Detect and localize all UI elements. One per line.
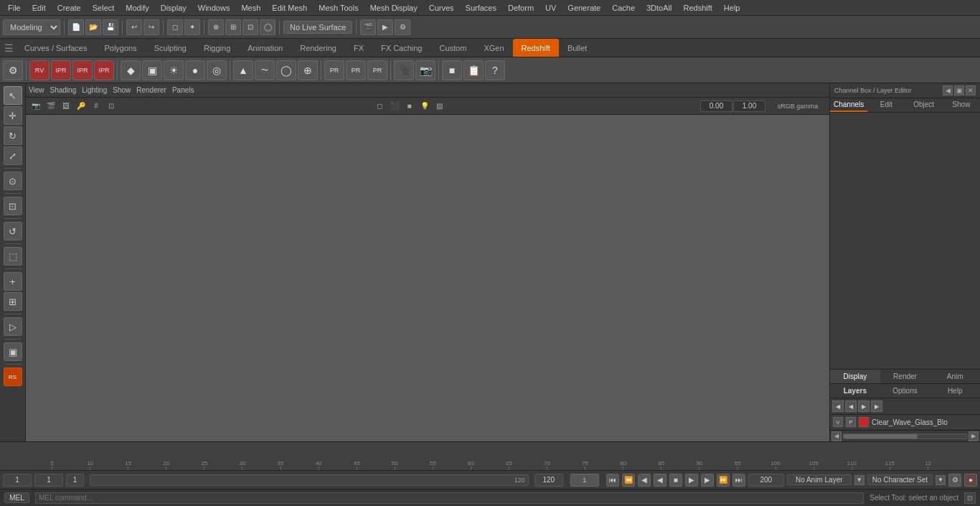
scroll-right-btn[interactable]: ▶ <box>969 431 979 441</box>
le-tab-display[interactable]: Display <box>830 370 880 383</box>
layer-action-4[interactable]: ▶ <box>871 400 882 412</box>
vp-film-btn[interactable]: 🎬 <box>44 100 58 113</box>
menu-display[interactable]: Display <box>156 2 192 14</box>
anim-end-input[interactable] <box>534 474 563 487</box>
menu-3dtoall[interactable]: 3DtoAll <box>641 2 677 14</box>
layer-vis-v[interactable]: V <box>833 417 843 427</box>
panel-float-btn[interactable]: ▣ <box>954 85 964 95</box>
cb-tab-channels[interactable]: Channels <box>830 98 867 112</box>
le-sub-help[interactable]: Help <box>930 384 980 398</box>
cb-tab-edit[interactable]: Edit <box>867 98 905 112</box>
mel-python-selector[interactable]: MEL <box>4 492 29 503</box>
playback-settings-btn[interactable]: ⚙ <box>948 474 961 487</box>
step-fwd-btn[interactable]: ▶ <box>701 474 714 487</box>
view-tools-btn[interactable]: + <box>4 272 22 291</box>
no-char-set-btn[interactable]: No Character Set <box>867 474 933 485</box>
vp-cam-btn[interactable]: 📷 <box>29 100 43 113</box>
prev-key-btn[interactable]: ⏪ <box>622 474 635 487</box>
tab-xgen[interactable]: XGen <box>475 39 512 57</box>
menu-mesh[interactable]: Mesh <box>236 2 265 14</box>
playback-end-input[interactable] <box>748 474 784 487</box>
shelf-arrow-icon[interactable]: ▲ <box>233 60 253 80</box>
menu-generate[interactable]: Generate <box>562 2 606 14</box>
shelf-grid-icon[interactable]: ▣ <box>142 60 162 80</box>
shelf-target-icon[interactable]: ⊕ <box>298 60 318 80</box>
soft-modify-btn[interactable]: ⊙ <box>4 172 22 190</box>
auto-key-btn[interactable]: ● <box>964 474 977 487</box>
tab-rigging[interactable]: Rigging <box>195 39 239 57</box>
vp-shade-btn[interactable]: ▨ <box>433 100 447 113</box>
no-live-surface-btn[interactable]: No Live Surface <box>283 21 352 34</box>
layer-action-1[interactable]: ◀ <box>832 400 844 412</box>
layer-row[interactable]: V P Clear_Wave_Glass_Blo <box>830 415 980 430</box>
snap-to-grid-btn[interactable]: ⊡ <box>242 19 258 35</box>
play-fwd-btn[interactable]: ▶ <box>685 474 698 487</box>
status-icon-btn[interactable]: ⊡ <box>964 492 976 504</box>
menu-deform[interactable]: Deform <box>503 2 539 14</box>
ipr-btn[interactable]: ▶ <box>377 19 393 35</box>
tab-fx[interactable]: FX <box>345 39 372 57</box>
workspace-selector[interactable]: Modeling <box>3 19 60 35</box>
menu-edit-mesh[interactable]: Edit Mesh <box>267 2 312 14</box>
range-start-input[interactable] <box>34 474 63 487</box>
le-tab-render[interactable]: Render <box>880 370 930 383</box>
play-back-btn[interactable]: ◀ <box>654 474 666 487</box>
quick-layout-btn[interactable]: ▣ <box>4 342 22 361</box>
vp-shading-menu[interactable]: Shading <box>50 86 77 94</box>
menu-cache[interactable]: Cache <box>607 2 640 14</box>
panel-collapse-btn[interactable]: ◀ <box>943 85 953 95</box>
vp-lighting-menu[interactable]: Lighting <box>82 86 107 94</box>
viewport[interactable]: View Shading Lighting Show Renderer Pane… <box>26 83 829 441</box>
vp-colorspace-btn[interactable]: sRGB gamma <box>769 100 826 113</box>
menu-modify[interactable]: Modify <box>121 2 154 14</box>
shelf-left-icon[interactable]: ☰ <box>1 41 16 55</box>
menu-file[interactable]: File <box>3 2 26 14</box>
tab-rendering[interactable]: Rendering <box>291 39 345 57</box>
scale-tool-btn[interactable]: ⤢ <box>4 146 22 165</box>
go-to-end-btn[interactable]: ⏭ <box>732 474 745 487</box>
view-tools2-btn[interactable]: ⊞ <box>4 292 22 311</box>
cb-tab-object[interactable]: Object <box>905 98 943 112</box>
shelf-light-icon[interactable]: ☀ <box>164 60 184 80</box>
le-sub-options[interactable]: Options <box>880 384 930 398</box>
shelf-diamond-icon[interactable]: ◆ <box>121 60 141 80</box>
menu-help[interactable]: Help <box>719 2 745 14</box>
vp-camera-x[interactable] <box>700 100 732 112</box>
shelf-ipr-icon[interactable]: IPR <box>51 60 71 80</box>
undo-btn[interactable]: ↩ <box>126 19 142 35</box>
shelf-camera-icon[interactable]: 📷 <box>415 60 435 80</box>
shelf-question-icon[interactable]: ? <box>485 60 505 80</box>
menu-create[interactable]: Create <box>52 2 86 14</box>
select-mode-btn[interactable]: ◻ <box>167 19 183 35</box>
shelf-ipr2-icon[interactable]: IPR <box>72 60 93 80</box>
open-scene-btn[interactable]: 📂 <box>85 19 101 35</box>
timeline-ruler[interactable]: 5 10 15 20 25 30 35 40 45 50 55 60 65 70… <box>0 442 980 470</box>
command-input[interactable] <box>35 492 864 504</box>
menu-windows[interactable]: Windows <box>193 2 235 14</box>
animation-btn[interactable]: ▷ <box>4 317 22 336</box>
shelf-render-icon[interactable]: 🎥 <box>394 60 414 80</box>
vp-view-menu[interactable]: View <box>29 86 44 94</box>
select-by-hier-btn[interactable]: ⊞ <box>225 19 241 35</box>
vp-grid-btn[interactable]: # <box>89 100 103 113</box>
stop-btn[interactable]: ■ <box>669 474 682 487</box>
vp-img-btn[interactable]: 🖼 <box>59 100 73 113</box>
render-settings-btn[interactable]: ⚙ <box>395 19 410 35</box>
menu-mesh-display[interactable]: Mesh Display <box>365 2 423 14</box>
shelf-pr1-icon[interactable]: PR <box>324 60 344 80</box>
cb-tab-show[interactable]: Show <box>943 98 980 112</box>
redo-btn[interactable]: ↪ <box>143 19 159 35</box>
save-scene-btn[interactable]: 💾 <box>103 19 118 35</box>
select-tool-btn[interactable]: ↖ <box>4 86 22 105</box>
tab-polygons[interactable]: Polygons <box>95 39 145 57</box>
move-tool-btn[interactable]: ✛ <box>4 106 22 125</box>
lasso-mode-btn[interactable]: ✦ <box>184 19 200 35</box>
vp-solid-btn[interactable]: ⬛ <box>387 100 402 113</box>
shelf-ipr3-icon[interactable]: IPR <box>94 60 114 80</box>
shelf-settings-icon[interactable]: ⚙ <box>3 60 23 80</box>
vp-light-btn[interactable]: 💡 <box>418 100 432 113</box>
select-by-comp-btn[interactable]: ⊕ <box>208 19 224 35</box>
tab-animation[interactable]: Animation <box>239 39 291 57</box>
menu-mesh-tools[interactable]: Mesh Tools <box>314 2 363 14</box>
go-to-start-btn[interactable]: ⏮ <box>606 474 619 487</box>
